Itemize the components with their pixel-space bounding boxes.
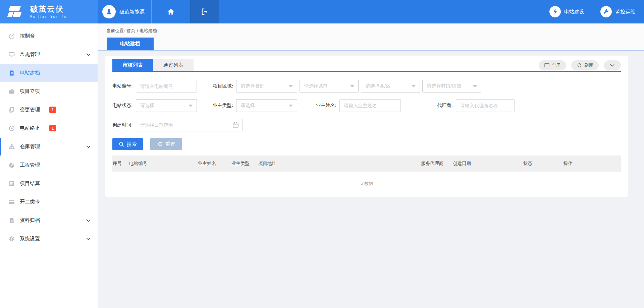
town-select-value: 请选择村镇/街道 <box>427 83 461 89</box>
company-name: 破茧新能源 <box>119 9 145 15</box>
chevron-down-icon <box>86 219 91 222</box>
county-select[interactable]: 请选择县/区 <box>361 80 420 93</box>
search-icon <box>119 141 124 147</box>
owner-name-label: 业主姓名: <box>316 103 336 109</box>
sidebar-item-change-mgmt[interactable]: 变更管理 1 <box>0 101 98 119</box>
province-select[interactable]: 请选择省份 <box>236 80 297 93</box>
empty-state-text: 无数据 <box>112 172 621 187</box>
column-header-station-no: 电站编号 <box>129 161 198 167</box>
sidebar-item-label: 仓库管理 <box>20 143 40 150</box>
chevron-down-icon <box>86 238 91 240</box>
panel-actions: 全屏 刷新 <box>539 60 621 70</box>
sidebar-item-general-mgmt[interactable]: 常规管理 <box>0 45 98 64</box>
wrench-icon <box>600 6 612 17</box>
search-button[interactable]: 搜索 <box>112 138 143 150</box>
agent-label: 代理商: <box>437 103 453 109</box>
date-range-input[interactable] <box>136 119 243 131</box>
sitemap-icon <box>8 143 15 150</box>
region-label: 项目区域: <box>213 83 233 89</box>
province-select-value: 请选择省份 <box>240 83 264 89</box>
logo: 破茧云伏 Po Jian Yun Fu <box>0 0 98 23</box>
sidebar-item-dashboard[interactable]: 控制台 <box>0 27 98 45</box>
agent-input[interactable] <box>456 99 515 112</box>
sidebar-item-label: 开二类卡 <box>20 199 40 205</box>
sidebar-item-label: 电站终止 <box>20 125 40 131</box>
page-tab-station-filing[interactable]: 电站建档 <box>107 38 154 50</box>
caret-down-icon <box>473 85 477 87</box>
city-select-value: 请选择城市 <box>304 83 327 89</box>
tab-approved-list[interactable]: 通过列表 <box>153 59 194 71</box>
caret-down-icon <box>289 105 293 107</box>
owner-type-select[interactable]: 请选择 <box>236 99 297 112</box>
nav-monitoring-ops[interactable]: 监控运维 <box>600 6 635 17</box>
logo-subtitle: Po Jian Yun Fu <box>30 15 67 18</box>
owner-name-input[interactable] <box>339 99 401 112</box>
calendar-icon[interactable] <box>232 122 239 128</box>
sidebar-item-open-class2-card[interactable]: 开二类卡 <box>0 193 98 211</box>
county-select-value: 请选择县/区 <box>365 83 390 89</box>
home-button[interactable] <box>152 0 190 23</box>
fullscreen-icon <box>544 63 549 67</box>
nav-station-construction[interactable]: 电站建设 <box>549 6 584 17</box>
column-header-service-agent: 服务代理商 <box>421 161 453 167</box>
sidebar-item-engineering-mgmt[interactable]: 工程管理 <box>0 156 98 174</box>
fullscreen-button[interactable]: 全屏 <box>539 60 566 70</box>
sidebar-item-label: 工程管理 <box>20 162 40 168</box>
briefcase-icon <box>8 88 15 95</box>
sidebar-item-label: 电站建档 <box>20 70 40 76</box>
column-header-created-date: 创建日期 <box>453 161 523 167</box>
station-status-select[interactable]: 请选择 <box>136 99 197 112</box>
sidebar-item-project-settlement[interactable]: 项目结算 <box>0 174 98 193</box>
form-row-2: 电站状态: 请选择 业主类型: 请选择 业主姓名: 代理商: <box>112 99 621 112</box>
city-select[interactable]: 请选择城市 <box>300 80 359 93</box>
document-icon <box>8 70 15 76</box>
sidebar-item-system-settings[interactable]: 系统设置 <box>0 230 98 248</box>
reset-label: 重置 <box>165 141 175 147</box>
top-bar: 破茧新能源 <box>98 0 644 23</box>
form-row-1: 电站编号: 项目区域: 请选择省份 请选择城市 请选择县/区 <box>112 80 621 93</box>
owner-type-value: 请选择 <box>240 103 255 109</box>
home-icon <box>167 8 175 16</box>
owner-type-label: 业主类型: <box>213 103 233 109</box>
station-no-input[interactable] <box>136 80 197 93</box>
column-header-status: 状态 <box>523 161 564 167</box>
monitor-icon <box>8 51 15 58</box>
created-time-label: 创建时间: <box>112 122 133 128</box>
lightning-icon <box>549 6 561 17</box>
chevron-down-icon <box>86 145 91 148</box>
table-header-row: 序号 电站编号 业主姓名 业主类型 项目地址 服务代理商 创建日期 状态 操作 <box>112 156 621 172</box>
breadcrumb-separator: / <box>137 28 138 33</box>
nav-monitoring-ops-label: 监控运维 <box>615 9 635 15</box>
sidebar-item-warehouse-mgmt[interactable]: 仓库管理 <box>0 137 98 156</box>
sidebar-item-project-initiation[interactable]: 项目立项 <box>0 82 98 101</box>
page-tab-strip: 电站建档 <box>98 38 644 51</box>
town-select[interactable]: 请选择村镇/街道 <box>422 80 481 93</box>
sidebar-item-label: 项目结算 <box>20 180 40 187</box>
gauge-icon <box>8 33 15 40</box>
breadcrumb-prefix: 当前位置: <box>106 28 125 34</box>
sidebar-item-label: 常规管理 <box>20 51 40 58</box>
reset-button[interactable]: 重置 <box>150 138 182 150</box>
person-icon <box>105 8 113 16</box>
sidebar-item-label: 项目立项 <box>20 88 40 95</box>
breadcrumb-home[interactable]: 首页 <box>126 28 135 34</box>
gear-icon <box>8 236 15 242</box>
user-menu[interactable]: 破茧新能源 <box>98 0 152 23</box>
form-row-3: 创建时间: <box>112 119 621 131</box>
sidebar-item-data-archive[interactable]: 资料归档 <box>0 211 98 230</box>
logout-button[interactable] <box>190 0 219 23</box>
bank-card-icon <box>8 199 15 205</box>
target-icon <box>8 125 15 132</box>
sidebar-item-station-termination[interactable]: 电站终止 1 <box>0 119 98 137</box>
refresh-button[interactable]: 刷新 <box>571 60 599 70</box>
tab-review-list[interactable]: 审核列表 <box>112 59 153 71</box>
logo-title: 破茧云伏 <box>30 5 67 13</box>
station-status-value: 请选择 <box>140 103 154 109</box>
caret-down-icon <box>189 105 193 107</box>
breadcrumb-current: 电站建档 <box>140 28 157 34</box>
header-right-nav: 电站建设 监控运维 <box>549 0 644 23</box>
column-header-owner-name: 业主姓名 <box>198 161 231 167</box>
sidebar-item-station-filing[interactable]: 电站建档 <box>0 64 98 82</box>
panel-header: 审核列表 通过列表 全屏 刷 <box>112 59 621 71</box>
collapse-button[interactable] <box>604 60 621 70</box>
